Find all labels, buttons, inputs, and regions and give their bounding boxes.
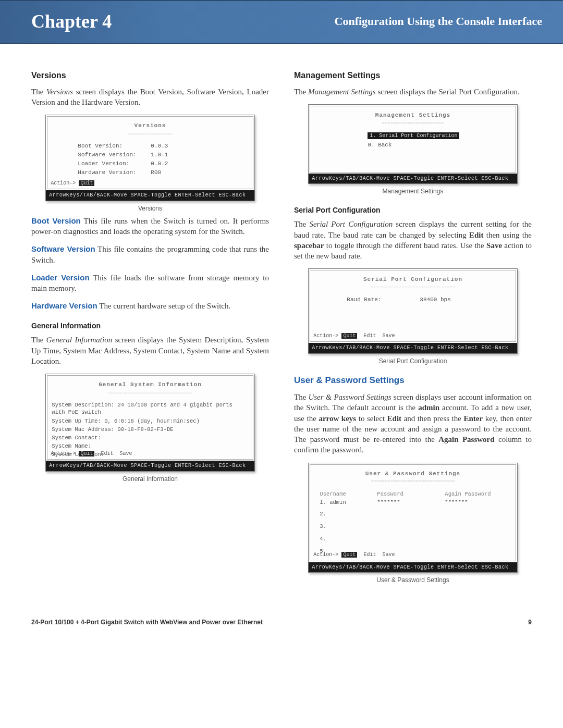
console-footer: ArrowKeys/TAB/BACK-Move SPACE-Toggle ENT… (46, 190, 254, 201)
serial-port-desc: The Serial Port Configuration screen dis… (294, 219, 532, 261)
console-title: Serial Port Configuration (315, 276, 510, 283)
text-italic: General Information (46, 336, 112, 344)
text-bold: admin (418, 403, 439, 412)
action-quit: Quit (341, 333, 357, 339)
text: to select (356, 414, 387, 423)
figure-caption: General Information (45, 475, 254, 483)
text-bold: Enter (463, 414, 483, 423)
console-title: General System Information (52, 381, 248, 389)
col-username: Username (320, 490, 377, 498)
cell-again-password: ******* (445, 499, 468, 506)
menu-option-selected: 1. Serial Port Configuration (368, 132, 459, 139)
text-italic: Serial Port Configuration (309, 220, 393, 228)
term: Boot Version (31, 216, 81, 225)
figure-caption: Management Settings (308, 187, 517, 195)
general-info-intro: The General Information screen displays … (31, 335, 269, 366)
action-quit: Quit (341, 552, 357, 558)
mgmt-settings-heading: Management Settings (294, 70, 532, 81)
console-screenshot: User & Password Settings ===============… (308, 463, 517, 573)
console-screenshot: General System Information =============… (45, 374, 254, 472)
gi-row: System Description: 24 10/100 ports and … (52, 401, 248, 416)
header-subtitle: Configuration Using the Console Interfac… (335, 15, 542, 28)
text: then using the (484, 231, 532, 239)
console-screenshot: Versions ================ Boot Version:0… (45, 115, 254, 201)
row-num: 2. (320, 510, 506, 517)
cell-password: ******* (377, 499, 445, 506)
text-bold: Again Password (438, 435, 494, 443)
console-actions: Action-> Quit Edit Save (51, 450, 132, 458)
figure-mgmt: Management Settings ====================… (308, 104, 517, 196)
left-column: Versions The Versions screen displays th… (31, 70, 269, 587)
row-num: 3. (320, 523, 506, 530)
console-title-underline: ============================== (52, 390, 248, 396)
general-info-heading: General Information (31, 321, 269, 331)
software-version-desc: Software Version This file contains the … (31, 244, 269, 265)
console-screenshot: Serial Port Configuration ==============… (308, 268, 517, 354)
term: Loader Version (31, 273, 90, 282)
chapter-title: Chapter 4 (31, 10, 112, 32)
figure-caption: Serial Port Configuration (308, 357, 517, 365)
console-title-underline: ================ (53, 131, 247, 137)
action-quit: Quit (79, 180, 94, 186)
boot-version-desc: Boot Version This file runs when the Swi… (31, 216, 269, 237)
page-header: Chapter 4 Configuration Using the Consol… (0, 0, 563, 44)
label: Boot Version: (78, 142, 151, 150)
footer-product: 24-Port 10/100 + 4-Port Gigabit Switch w… (31, 619, 263, 626)
text: and then press the (401, 414, 463, 423)
text: screen displays the Serial Port Configur… (376, 88, 520, 96)
console-title: Versions (53, 122, 247, 130)
console-footer: ArrowKeys/TAB/BACK-Move SPACE-Toggle ENT… (309, 562, 517, 573)
versions-intro: The Versions screen displays the Boot Ve… (31, 87, 269, 108)
text: The current hardware setup of the Switch… (97, 302, 230, 310)
hardware-version-desc: Hardware Version The current hardware se… (31, 301, 269, 311)
text-bold: arrow keys (319, 414, 356, 423)
user-pw-desc: The User & Password Settings screen disp… (294, 392, 532, 455)
console-footer: ArrowKeys/TAB/BACK-Move SPACE-Toggle ENT… (46, 461, 254, 471)
text-italic: User & Password Settings (308, 393, 391, 401)
value: 38400 bps (420, 296, 450, 304)
console-screenshot: Management Settings ====================… (308, 104, 517, 184)
label: Baud Rate: (347, 296, 420, 304)
text-bold: Save (486, 241, 502, 250)
gi-row: System Contact: (52, 434, 248, 441)
col-again-password: Again Password (445, 490, 491, 498)
text: The (294, 220, 309, 228)
value: 0.0.2 (151, 160, 168, 168)
figure-caption: Versions (45, 204, 254, 213)
text-bold: Edit (469, 231, 484, 239)
figure-user-password: User & Password Settings ===============… (308, 463, 517, 585)
label: Hardware Version: (78, 169, 151, 177)
text: The (31, 336, 46, 344)
figure-versions: Versions ================ Boot Version:0… (45, 115, 254, 213)
figure-serial-port: Serial Port Configuration ==============… (308, 268, 517, 365)
value: 0.0.3 (151, 142, 168, 150)
mgmt-intro: The Management Settings screen displays … (294, 87, 532, 97)
gi-row: System Up Time: 0, 0:6:18 (day, hour:min… (52, 417, 248, 425)
cell-username: 1. admin (320, 499, 377, 506)
footer-page-number: 9 (528, 619, 532, 626)
col-password: Password (377, 490, 445, 498)
text-bold: Edit (387, 414, 402, 423)
versions-heading: Versions (31, 70, 269, 81)
row-num: 4. (320, 535, 506, 542)
text: The (294, 88, 308, 96)
text-bold: spacebar (294, 241, 324, 250)
gi-row: System Name: (52, 442, 248, 450)
value: R08 (151, 169, 161, 177)
figure-general-info: General System Information =============… (45, 374, 254, 483)
content-area: Versions The Versions screen displays th… (0, 44, 563, 608)
term: Hardware Version (31, 301, 97, 310)
console-title-underline: ============================== (315, 478, 510, 485)
text: The (31, 88, 46, 96)
right-column: Management Settings The Management Setti… (294, 70, 532, 587)
label: Loader Version: (78, 160, 151, 168)
console-actions: Action-> Quit Edit Save (313, 332, 395, 340)
figure-caption: User & Password Settings (308, 576, 517, 584)
text: to toggle through the different baud rat… (324, 241, 487, 250)
loader-version-desc: Loader Version This file loads the softw… (31, 273, 269, 294)
console-actions: Action-> Quit (51, 180, 94, 187)
text-italic: Management Settings (308, 88, 376, 96)
user-pw-heading: User & Password Settings (294, 375, 532, 387)
text: The (294, 393, 308, 401)
label: Software Version: (78, 151, 151, 159)
